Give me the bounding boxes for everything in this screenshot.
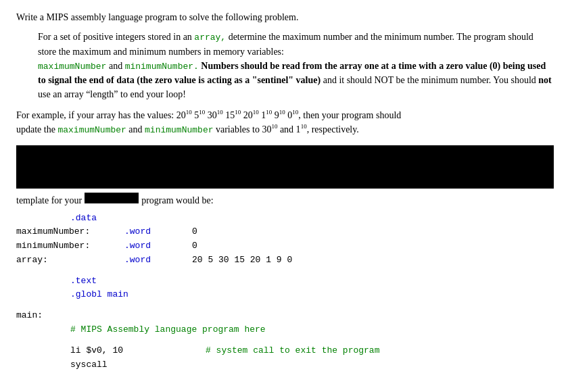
para1-not: not: [538, 75, 551, 85]
li-line: li $v0, 10 # system call to exit the pro…: [70, 344, 554, 358]
para1-suffix: and it should NOT be the minimum number.…: [320, 75, 538, 85]
text-directive: .text: [70, 274, 97, 289]
main-label: main:: [16, 309, 43, 323]
para1-prefix: For a set of positive integers stored in…: [38, 32, 194, 42]
syscall-instr: syscall: [70, 358, 108, 372]
maxnum-line: maximumNumber: .word 0: [16, 225, 554, 239]
intro-text: Write a MIPS assembly language program t…: [16, 12, 554, 23]
array-label: array:: [16, 253, 124, 268]
para2-line2: update the maximumNumber and minimumNumb…: [16, 124, 359, 134]
intro-sentence: Write a MIPS assembly language program t…: [16, 12, 298, 22]
template-line: template for your program would be:: [16, 193, 554, 206]
text-directive-line: .text: [70, 274, 554, 289]
paragraph-1: For a set of positive integers stored in…: [38, 30, 554, 101]
para1-and: and: [106, 61, 124, 71]
data-directive: .data: [70, 212, 97, 226]
minnum-label: minimumNumber:: [16, 239, 124, 253]
template-suffix: program would be:: [141, 195, 214, 206]
li-comment: # system call to exit the program: [206, 344, 379, 358]
globl-line: .globl main: [70, 288, 554, 302]
main-label-line: main:: [16, 309, 554, 323]
array-directive: .word: [124, 253, 192, 268]
maxnum-directive: .word: [124, 225, 192, 239]
maxnum-code: maximumNumber: [38, 62, 106, 72]
array-vals: 20 5 30 15 20 1 9 0: [192, 253, 292, 268]
maxnum-label: maximumNumber:: [16, 225, 124, 239]
syscall-line: syscall: [70, 358, 554, 372]
redacted-word: [85, 193, 139, 203]
minnum-code: minimumNumber.: [125, 62, 199, 72]
comment-mips-line: # MIPS Assembly language program here: [70, 323, 554, 337]
comment-mips: # MIPS Assembly language program here: [70, 323, 266, 337]
maxnum-val: 0: [192, 225, 197, 239]
li-instr: li $v0, 10: [70, 344, 206, 358]
globl-directive: .globl main: [70, 288, 128, 302]
template-prefix: template for your: [16, 195, 82, 206]
data-directive-line: .data: [70, 212, 554, 226]
page-content: Write a MIPS assembly language program t…: [16, 12, 554, 372]
redacted-image: [16, 145, 554, 189]
code-block: .data maximumNumber: .word 0 minimumNumb…: [16, 212, 554, 372]
minnum-line: minimumNumber: .word 0: [16, 239, 554, 253]
paragraph-2: For example, if your array has the value…: [16, 108, 554, 137]
minnum-directive: .word: [124, 239, 192, 253]
minnum-val: 0: [192, 239, 197, 253]
para1-end: use an array “length” to end your loop!: [38, 89, 186, 99]
array-code: array,: [194, 32, 226, 43]
array-line: array: .word 20 5 30 15 20 1 9 0: [16, 253, 554, 268]
para2-prefix: For example, if your array has the value…: [16, 110, 401, 120]
